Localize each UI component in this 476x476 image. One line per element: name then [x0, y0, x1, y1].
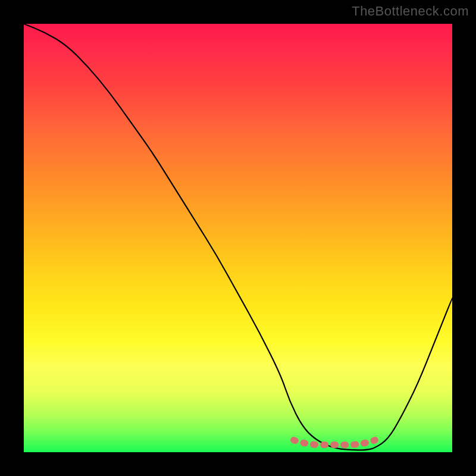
chart-frame: TheBottleneck.com: [0, 0, 476, 476]
optimal-band-marker: [294, 440, 375, 445]
watermark-text: TheBottleneck.com: [352, 4, 469, 19]
plot-area: [24, 24, 452, 452]
bottleneck-curve-path: [24, 24, 452, 450]
curve-svg: [24, 24, 452, 452]
